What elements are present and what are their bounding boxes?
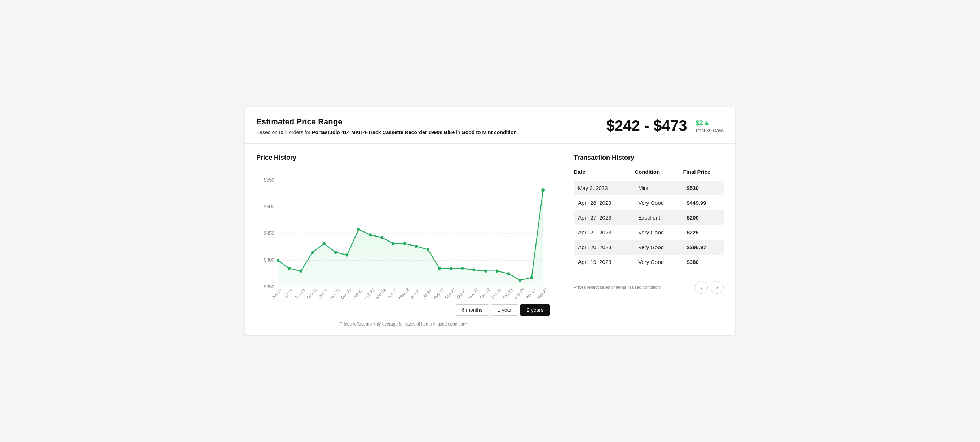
tx-footnote: Prices reflect sales of items in used co… (574, 285, 662, 290)
main-container: Estimated Price Range Based on 851 order… (245, 107, 735, 335)
svg-point-34 (541, 188, 545, 192)
col-date: Date (574, 169, 635, 181)
chart-footnote: Prices reflect monthly average for sales… (256, 321, 550, 327)
svg-text:Feb 23: Feb 23 (502, 287, 514, 299)
transaction-panel: Transaction History Date Condition Final… (562, 144, 735, 335)
cell-date: April 28, 2023 (574, 196, 635, 210)
chart-wrapper: $550 $500 $450 $400 $350 (256, 169, 550, 299)
svg-point-14 (311, 251, 314, 253)
transaction-table: Date Condition Final Price May 3, 2023Mi… (574, 169, 724, 269)
svg-point-28 (473, 268, 475, 271)
svg-text:Sep 21: Sep 21 (306, 287, 318, 299)
next-page-button[interactable]: › (711, 281, 724, 294)
prev-page-button[interactable]: ‹ (695, 281, 708, 294)
cell-price: $530 (683, 181, 724, 196)
svg-point-25 (438, 267, 441, 270)
svg-point-32 (519, 278, 522, 281)
svg-text:Oct 21: Oct 21 (318, 288, 329, 299)
svg-text:$450: $450 (264, 231, 274, 236)
table-row: April 19, 2023Very Good$380 (574, 254, 724, 269)
header: Estimated Price Range Based on 851 order… (245, 107, 735, 144)
price-history-panel: Price History $550 $500 (245, 144, 562, 335)
cell-price: $296.97 (683, 240, 724, 254)
price-change-amount: $2 (696, 119, 703, 127)
subtitle-prefix: Based on 851 orders for (256, 129, 312, 135)
cell-condition: Very Good (635, 240, 683, 254)
svg-text:$500: $500 (264, 204, 274, 209)
svg-text:Jul 21: Jul 21 (283, 288, 293, 299)
cell-price: $225 (683, 225, 724, 240)
transaction-footer: Prices reflect sales of items in used co… (574, 281, 724, 294)
table-body: May 3, 2023Mint$530April 28, 2023Very Go… (574, 181, 724, 269)
price-range: $242 - $473 (606, 117, 687, 135)
svg-text:Dec 22: Dec 22 (479, 287, 491, 299)
filter-6months-button[interactable]: 6 months (455, 304, 490, 316)
svg-text:Mar 23: Mar 23 (514, 287, 525, 299)
svg-text:Apr 23: Apr 23 (525, 287, 536, 298)
cell-price: $380 (683, 254, 724, 269)
svg-point-23 (415, 245, 418, 247)
cell-date: April 19, 2023 (574, 254, 635, 269)
svg-text:$350: $350 (264, 284, 274, 289)
svg-text:Dec 21: Dec 21 (340, 287, 352, 299)
svg-point-18 (357, 228, 360, 231)
time-filters: 6 months 1 year 2 years (256, 304, 550, 316)
svg-text:Feb 22: Feb 22 (363, 287, 375, 299)
cell-date: April 27, 2023 (574, 210, 635, 225)
cell-condition: Very Good (635, 254, 683, 269)
price-history-title: Price History (256, 154, 550, 162)
svg-text:Sep 22: Sep 22 (444, 287, 456, 299)
cell-date: April 21, 2023 (574, 225, 635, 240)
subtitle-condition: Good to Mint condition (461, 129, 517, 135)
page-title: Estimated Price Range (256, 117, 517, 127)
svg-text:Nov 21: Nov 21 (329, 287, 341, 299)
svg-point-12 (288, 267, 291, 270)
svg-text:Nov 22: Nov 22 (467, 287, 479, 299)
cell-date: May 3, 2023 (574, 181, 635, 196)
filter-1year-button[interactable]: 1 year (491, 304, 519, 316)
table-row: April 27, 2023Excellent$200 (574, 210, 724, 225)
svg-point-27 (461, 267, 464, 270)
price-change-value: $2 (696, 119, 709, 127)
svg-point-26 (450, 267, 452, 270)
svg-text:Aug 22: Aug 22 (433, 287, 445, 299)
svg-text:Jul 22: Jul 22 (422, 288, 432, 299)
svg-text:$400: $400 (264, 257, 274, 262)
svg-text:Jun 22: Jun 22 (410, 287, 421, 298)
table-row: April 20, 2023Very Good$296.97 (574, 240, 724, 254)
price-chart: $550 $500 $450 $400 $350 (256, 169, 550, 299)
svg-text:Aug 21: Aug 21 (294, 287, 306, 299)
subtitle-suffix: in (455, 129, 461, 135)
header-right: $242 - $473 $2 Past 30 Days (606, 117, 724, 135)
svg-point-16 (334, 251, 337, 253)
col-price: Final Price (683, 169, 724, 181)
cell-date: April 20, 2023 (574, 240, 635, 254)
svg-point-22 (404, 242, 406, 245)
price-change-block: $2 Past 30 Days (696, 117, 724, 133)
table-row: April 21, 2023Very Good$225 (574, 225, 724, 240)
svg-point-13 (299, 269, 302, 272)
cell-condition: Excellent (635, 210, 683, 225)
svg-text:Apr 22: Apr 22 (387, 287, 398, 298)
cell-price: $449.99 (683, 196, 724, 210)
svg-point-30 (496, 269, 499, 272)
svg-text:Mar 22: Mar 22 (375, 287, 387, 299)
cell-price: $200 (683, 210, 724, 225)
svg-point-24 (426, 248, 430, 251)
svg-text:Jan 23: Jan 23 (490, 287, 501, 298)
svg-point-19 (369, 233, 372, 236)
table-row: April 28, 2023Very Good$449.99 (574, 196, 724, 210)
filter-2years-button[interactable]: 2 years (520, 304, 550, 316)
body: Price History $550 $500 (245, 144, 735, 335)
svg-point-33 (530, 276, 533, 279)
svg-point-17 (345, 253, 348, 256)
subtitle-product: Portastudio 414 MKII 4-Track Cassette Re… (312, 129, 455, 135)
transaction-history-title: Transaction History (574, 154, 724, 162)
svg-point-31 (507, 272, 510, 275)
svg-text:$550: $550 (264, 177, 274, 183)
table-row: May 3, 2023Mint$530 (574, 181, 724, 196)
cell-condition: Very Good (635, 225, 683, 240)
svg-text:May 23: May 23 (536, 287, 549, 298)
up-arrow-icon (705, 121, 709, 125)
svg-point-20 (380, 236, 383, 238)
